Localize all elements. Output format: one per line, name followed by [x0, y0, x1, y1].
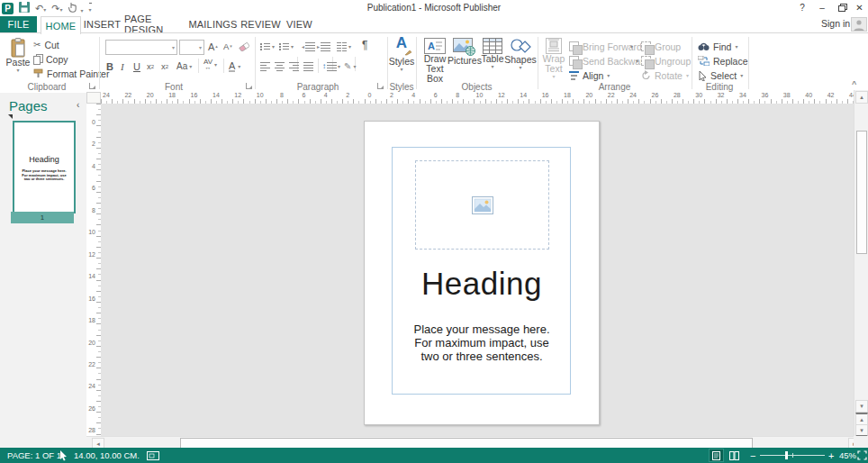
page-body-text[interactable]: Place your message here. For maximum imp… — [365, 322, 599, 363]
tab-review[interactable]: REVIEW — [242, 16, 279, 32]
picture-placeholder-icon — [472, 196, 493, 214]
character-spacing-button[interactable]: AV ↔ ▾ — [203, 58, 217, 71]
font-name-combo[interactable]: ▾ — [105, 40, 177, 55]
change-case-button[interactable]: Aa▾ — [176, 59, 192, 73]
pages-section-collapse-icon[interactable] — [8, 114, 13, 119]
zoom-level[interactable]: 45% — [839, 448, 856, 463]
restore-button[interactable] — [835, 0, 849, 14]
vertical-ruler[interactable]: 0246810121416182022242628 — [86, 104, 102, 436]
wrap-text-button[interactable]: Wrap Text ▾ — [540, 38, 567, 79]
collapse-pages-panel-button[interactable]: ‹ — [77, 100, 79, 110]
bring-forward-dropdown[interactable]: ▾ — [630, 44, 633, 50]
align-left-button[interactable] — [260, 59, 270, 73]
page-heading-text[interactable]: Heading — [365, 266, 599, 302]
collapse-ribbon-button[interactable]: ^ — [852, 79, 856, 88]
page-thumbnail[interactable]: Heading Place your message here. For max… — [13, 121, 76, 213]
group-button[interactable]: Group — [641, 40, 681, 53]
ruler-number: 18 — [88, 317, 95, 323]
line-spacing-button[interactable]: ↕▾ — [322, 59, 340, 73]
borders-button[interactable]: ✎▾ — [344, 59, 356, 73]
paragraph-dialog-launcher[interactable] — [377, 83, 384, 89]
help-button[interactable]: ? — [796, 0, 809, 14]
scroll-up-button[interactable]: ▴ — [855, 91, 868, 104]
tab-mailings[interactable]: MAILINGS — [187, 16, 239, 32]
vertical-scrollbar[interactable]: ▴ ▾ ▴ ▾ — [854, 90, 868, 436]
grow-font-button[interactable]: A▴ — [208, 40, 218, 53]
tab-file[interactable]: FILE — [0, 16, 37, 32]
clipboard-dialog-launcher[interactable] — [89, 83, 95, 89]
two-page-view-button[interactable] — [727, 449, 742, 462]
replace-button[interactable]: Replace — [698, 54, 748, 68]
scroll-down-button[interactable]: ▾ — [855, 400, 868, 413]
font-size-combo[interactable]: ▾ — [179, 40, 204, 55]
font-dialog-launcher[interactable] — [246, 83, 252, 89]
columns-icon — [337, 42, 347, 51]
bullets-button[interactable]: ▾ — [260, 40, 275, 53]
tab-home[interactable]: HOME — [41, 16, 81, 34]
horizontal-ruler[interactable]: 2422201816141210864202468101214161820222… — [101, 92, 854, 104]
bold-button[interactable]: B — [106, 59, 113, 73]
publication-canvas[interactable]: Heading Place your message here. For max… — [101, 104, 854, 436]
increase-indent-button[interactable]: ▸ — [317, 40, 330, 53]
clear-formatting-button[interactable] — [239, 40, 249, 53]
pictures-button[interactable]: Pictures — [450, 38, 479, 66]
page-indicator[interactable]: PAGE: 1 OF 1 — [7, 448, 61, 463]
minimize-button[interactable]: – — [816, 0, 828, 14]
align-button[interactable]: Align▾ — [569, 68, 610, 82]
publication-page[interactable]: Heading Place your message here. For max… — [364, 121, 600, 425]
tab-page-design[interactable]: PAGE DESIGN — [124, 16, 184, 32]
paste-button[interactable]: Paste ▾ — [5, 38, 31, 73]
tab-view[interactable]: VIEW — [283, 16, 316, 32]
objects-group-label: Objects — [416, 82, 538, 92]
shrink-font-button[interactable]: A▾ — [223, 40, 232, 53]
close-button[interactable]: ✕ — [853, 0, 866, 14]
justify-button[interactable] — [303, 59, 313, 73]
tab-insert[interactable]: INSERT — [84, 16, 121, 32]
copy-button[interactable]: Copy — [33, 52, 68, 66]
ruler-number: 6 — [302, 92, 305, 98]
picture-placeholder[interactable] — [415, 160, 549, 250]
ruler-origin-box[interactable] — [86, 92, 101, 104]
special-characters-button[interactable]: ¶ — [362, 38, 367, 51]
numbering-button[interactable]: ▾ — [279, 40, 294, 53]
rotate-button[interactable]: Rotate▾ — [641, 68, 689, 82]
zoom-slider-thumb[interactable] — [785, 451, 788, 459]
format-painter-button[interactable]: Format Painter — [33, 67, 109, 80]
draw-text-box-button[interactable]: A Draw Text Box — [419, 38, 451, 84]
object-position[interactable]: 14.00, 10.00 CM. — [74, 448, 140, 463]
subscript-button[interactable]: x2 — [147, 59, 154, 73]
table-button[interactable]: Table ▾ — [480, 38, 505, 69]
cut-button[interactable]: ✂Cut — [33, 38, 59, 51]
select-button[interactable]: Select▾ — [698, 68, 743, 82]
decrease-indent-button[interactable]: ◂ — [302, 40, 315, 53]
fit-to-window-button[interactable] — [857, 448, 867, 463]
italic-button[interactable]: I — [121, 59, 124, 73]
previous-page-button[interactable]: ▴ — [855, 413, 868, 425]
styles-button[interactable]: A Styles ▾ — [391, 38, 412, 72]
select-icon — [698, 70, 707, 81]
align-right-button[interactable] — [289, 59, 299, 73]
vertical-scroll-thumb[interactable] — [856, 131, 867, 254]
zoom-in-button[interactable]: + — [828, 448, 834, 463]
object-size-icon[interactable] — [147, 448, 159, 463]
ruler-number: 20 — [88, 339, 95, 345]
account-avatar[interactable] — [851, 17, 867, 32]
send-backward-dropdown[interactable]: ▾ — [636, 59, 638, 64]
ungroup-button[interactable]: Ungroup — [641, 54, 691, 68]
next-page-button[interactable]: ▾ — [855, 424, 868, 437]
ruler-number: 26 — [652, 92, 659, 98]
superscript-button[interactable]: x2 — [161, 59, 168, 73]
sign-in-link[interactable]: Sign in — [821, 18, 850, 29]
single-page-view-button[interactable] — [709, 449, 724, 462]
horizontal-scrollbar[interactable]: ◂ ▸ — [86, 436, 854, 449]
pictures-icon — [453, 38, 476, 56]
zoom-out-button[interactable]: − — [750, 448, 755, 463]
underline-button[interactable]: U — [133, 59, 140, 73]
page-thumbnail-number[interactable]: 1 — [11, 212, 74, 223]
align-center-button[interactable] — [275, 59, 285, 73]
pilcrow-icon: ¶ — [362, 39, 367, 51]
font-color-button[interactable]: A▾ — [229, 59, 240, 73]
shapes-button[interactable]: Shapes ▾ — [506, 38, 535, 70]
find-button[interactable]: Find▾ — [698, 40, 737, 53]
columns-button[interactable]: ▾ — [337, 40, 351, 53]
